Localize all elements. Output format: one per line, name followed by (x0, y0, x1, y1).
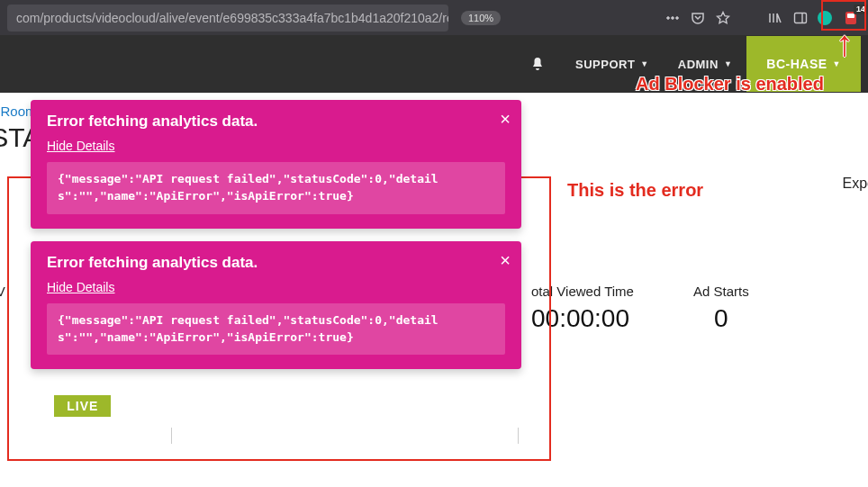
page-content: Control Room g: TESTAD2 Expo 7/20 Total … (0, 93, 868, 487)
svg-point-0 (667, 16, 670, 19)
svg-point-2 (676, 16, 679, 19)
toast-body: {"message":"API request failed","statusC… (47, 162, 505, 214)
stat-total-viewers: Total V 0 (0, 284, 5, 333)
stat-label: otal Viewed Time (531, 284, 634, 299)
url-bar[interactable]: com/products/videocloud/alive/event/e699… (7, 5, 448, 32)
zoom-badge[interactable]: 110% (461, 11, 501, 25)
annotation-error-text: This is the error (567, 180, 703, 201)
library-icon[interactable] (767, 10, 783, 26)
pocket-icon[interactable] (690, 10, 706, 26)
error-toast: × Error fetching analytics data. Hide De… (31, 241, 521, 370)
stat-value: 0 (714, 304, 728, 333)
toast-title: Error fetching analytics data. (47, 113, 505, 131)
error-toast: × Error fetching analytics data. Hide De… (31, 100, 521, 229)
stat-viewed-time: otal Viewed Time 00:00:00 (531, 284, 634, 333)
browser-chrome-bar[interactable]: com/products/videocloud/alive/event/e699… (0, 0, 868, 35)
stat-label: Ad Starts (693, 284, 749, 299)
star-icon[interactable] (715, 10, 731, 26)
close-icon[interactable]: × (500, 109, 511, 130)
toast-title: Error fetching analytics data. (47, 254, 505, 272)
toast-body: {"message":"API request failed","statusC… (47, 303, 505, 356)
svg-point-1 (672, 16, 674, 19)
nav-admin-label: ADMIN (678, 58, 719, 71)
close-icon[interactable]: × (500, 250, 511, 271)
nav-account-label: BC-HASE (766, 57, 827, 71)
nav-support-label: SUPPORT (575, 58, 635, 71)
stat-ad-starts: Ad Starts 0 (693, 284, 749, 333)
timeline-ticks (0, 428, 868, 446)
stat-label: Total V (0, 284, 5, 299)
chevron-down-icon: ▼ (640, 59, 648, 68)
hide-details-link[interactable]: Hide Details (47, 280, 114, 294)
sidebar-icon[interactable] (792, 10, 809, 26)
live-badge: LIVE (54, 395, 111, 417)
annotation-adblocker-text: Ad Blocker is enabled (636, 74, 824, 95)
annotation-arrow-up-icon: ↑ (836, 32, 854, 54)
stat-value: 00:00:00 (531, 304, 629, 333)
svg-rect-3 (795, 13, 807, 23)
live-row: ers LIVE (0, 395, 111, 417)
error-toasts: × Error fetching analytics data. Hide De… (31, 100, 521, 369)
ellipsis-icon[interactable] (665, 10, 681, 26)
hide-details-link[interactable]: Hide Details (47, 139, 114, 153)
chevron-down-icon: ▼ (724, 59, 732, 68)
export-button[interactable]: Expo (843, 176, 868, 192)
url-text: com/products/videocloud/alive/event/e699… (16, 11, 448, 25)
notifications-bell-icon[interactable] (530, 57, 545, 71)
